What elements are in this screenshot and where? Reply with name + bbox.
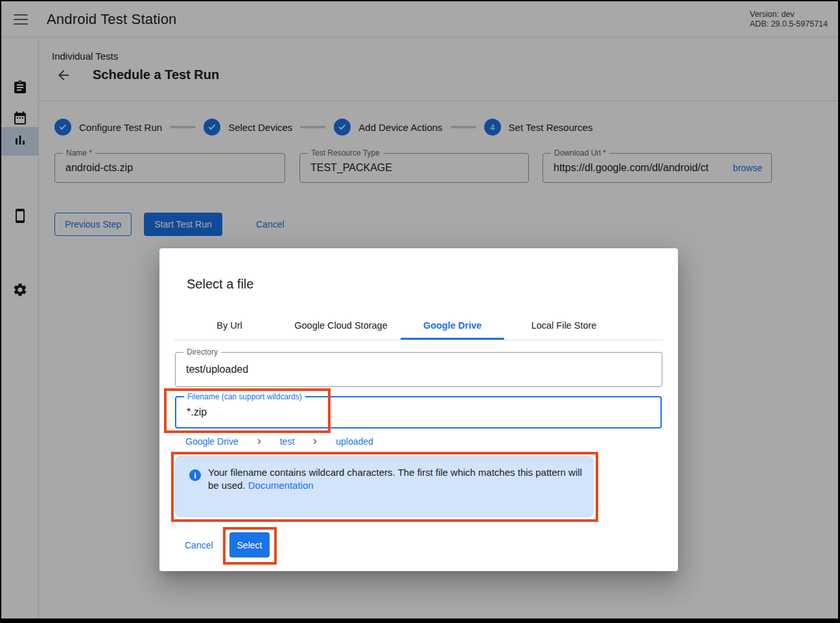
breadcrumb-uploaded[interactable]: uploaded [336,436,373,447]
filename-field-value: *.zip [187,406,207,418]
dialog-cancel-button[interactable]: Cancel [185,536,213,554]
dialog-select-button[interactable]: Select [229,532,270,558]
directory-field-value: test/uploaded [186,364,248,375]
filename-field[interactable]: Filename (can support wildcards) *.zip [175,396,662,429]
tab-by-url[interactable]: By Url [174,311,285,340]
tab-label: Google Drive [423,320,482,331]
documentation-link[interactable]: Documentation [248,480,314,491]
wildcard-info-banner: Your filename contains wildcard characte… [175,456,594,517]
tab-google-drive[interactable]: Google Drive [397,311,508,340]
tab-google-cloud-storage[interactable]: Google Cloud Storage [285,311,397,340]
dialog-title: Select a file [187,277,253,292]
info-icon [189,469,201,481]
dialog-tabs: By Url Google Cloud Storage Google Drive… [174,311,664,340]
directory-field[interactable]: Directory test/uploaded [175,352,662,387]
chevron-right-icon [310,437,320,446]
breadcrumb-test[interactable]: test [280,436,295,447]
directory-field-label: Directory [183,348,221,357]
active-tab-underline [401,338,504,340]
chevron-right-icon [255,437,264,446]
tab-local-file-store[interactable]: Local File Store [508,311,620,340]
breadcrumb-google-drive[interactable]: Google Drive [185,436,239,447]
browser-viewport: Android Test Station Version: dev ADB: 2… [1,1,838,618]
drive-breadcrumb: Google Drive test uploaded [185,435,373,448]
select-file-dialog: Select a file By Url Google Cloud Storag… [159,248,678,571]
info-message: Your filename contains wildcard characte… [208,466,584,491]
filename-field-label: Filename (can support wildcards) [184,393,305,401]
